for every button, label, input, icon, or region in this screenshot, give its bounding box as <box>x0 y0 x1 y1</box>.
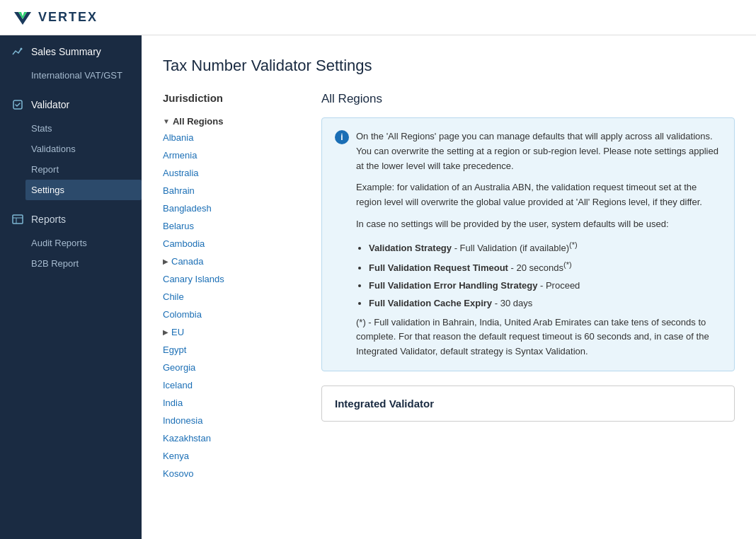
jurisdiction-kenya[interactable]: Kenya <box>163 449 304 463</box>
list-item: Armenia <box>163 146 304 164</box>
jurisdiction-india[interactable]: India <box>163 396 304 410</box>
jurisdiction-armenia[interactable]: Armenia <box>163 149 304 162</box>
list-item: Bahrain <box>163 182 304 199</box>
error-handling-bold: Full Validation Error Handling Strategy <box>369 280 537 291</box>
list-item: Full Validation Cache Expiry - 30 days <box>369 296 721 311</box>
info-box: i On the 'All Regions' page you can mana… <box>321 117 735 371</box>
info-intro: On the 'All Regions' page you can manage… <box>356 129 721 173</box>
integrated-validator-title: Integrated Validator <box>335 398 721 410</box>
jurisdiction-kosovo[interactable]: Kosovo <box>163 467 304 480</box>
sidebar-section-reports: Reports Audit Reports B2B Report <box>0 203 142 277</box>
sidebar-item-b2b-report[interactable]: B2B Report <box>31 253 142 274</box>
list-item: Georgia <box>163 359 304 376</box>
info-icon: i <box>335 130 349 144</box>
sidebar-item-settings[interactable]: Settings <box>25 180 142 200</box>
chevron-right-icon: ▶ <box>163 328 168 336</box>
footnote-2: (*) <box>563 260 572 269</box>
list-item: Bangladesh <box>163 199 304 217</box>
badge-icon <box>11 98 24 111</box>
sales-summary-label: Sales Summary <box>31 46 101 57</box>
svg-point-2 <box>21 48 23 50</box>
list-item: Cambodia <box>163 235 304 253</box>
jurisdiction-eu-label[interactable]: EU <box>171 325 184 339</box>
jurisdiction-indonesia[interactable]: Indonesia <box>163 414 304 427</box>
sidebar-section-validator: Validator Stats Validations Report Setti… <box>0 88 142 203</box>
jurisdiction-chile[interactable]: Chile <box>163 290 304 303</box>
main-layout: Sales Summary International VAT/GST Vali… <box>0 35 756 539</box>
cache-expiry-bold: Full Validation Cache Expiry <box>369 298 492 308</box>
jurisdiction-canada[interactable]: ▶ Canada <box>163 255 304 268</box>
sidebar-item-intl-vat[interactable]: International VAT/GST <box>31 65 142 86</box>
jurisdiction-list: ▼ All Regions Albania Armenia Australia <box>163 114 304 482</box>
chevron-down-icon: ▼ <box>163 117 170 125</box>
list-item: Full Validation Request Timeout - 20 sec… <box>369 259 721 276</box>
jurisdiction-bangladesh[interactable]: Bangladesh <box>163 202 304 215</box>
jurisdiction-australia[interactable]: Australia <box>163 166 304 180</box>
timeout-text: - 20 seconds <box>508 262 563 273</box>
footnote-1: (*) <box>569 240 578 249</box>
list-item: India <box>163 394 304 412</box>
sidebar-item-validations[interactable]: Validations <box>31 139 142 159</box>
list-item: ▼ All Regions <box>163 114 304 129</box>
region-title: All Regions <box>321 92 735 106</box>
cache-expiry-text: - 30 days <box>492 298 532 308</box>
sidebar-item-reports[interactable]: Reports <box>0 206 142 233</box>
list-item: Indonesia <box>163 412 304 429</box>
error-handling-text: - Proceed <box>537 280 580 291</box>
logo-area: VERTEX <box>11 6 98 29</box>
sidebar-section-sales: Sales Summary International VAT/GST <box>0 35 142 88</box>
list-item: Colombia <box>163 306 304 323</box>
jurisdiction-iceland[interactable]: Iceland <box>163 378 304 392</box>
jurisdiction-colombia[interactable]: Colombia <box>163 308 304 321</box>
validation-strategy-text: - Full Validation (if available) <box>452 243 569 253</box>
list-item: Australia <box>163 164 304 182</box>
jurisdiction-all-regions[interactable]: ▼ All Regions <box>163 116 304 127</box>
validator-label: Validator <box>31 99 69 110</box>
reports-label: Reports <box>31 214 66 225</box>
sidebar-sub-sales: International VAT/GST <box>0 65 142 86</box>
list-item: Validation Strategy - Full Validation (i… <box>369 239 721 256</box>
list-item: Canary Islands <box>163 270 304 288</box>
table-icon <box>11 213 24 226</box>
page-title: Tax Number Validator Settings <box>163 57 735 75</box>
jurisdiction-georgia[interactable]: Georgia <box>163 361 304 374</box>
list-item: Kenya <box>163 447 304 465</box>
content-layout: Jurisdiction ▼ All Regions Albania Armen… <box>163 92 735 482</box>
jurisdiction-eu[interactable]: ▶ EU <box>163 325 304 339</box>
jurisdiction-canada-label[interactable]: Canada <box>171 255 204 268</box>
jurisdiction-bahrain[interactable]: Bahrain <box>163 184 304 197</box>
jurisdiction-kazakhstan[interactable]: Kazakhstan <box>163 431 304 445</box>
sidebar-sub-validator: Stats Validations Report Settings <box>0 118 142 200</box>
sidebar: Sales Summary International VAT/GST Vali… <box>0 35 142 539</box>
list-item: Albania <box>163 129 304 146</box>
jurisdiction-cambodia[interactable]: Cambodia <box>163 237 304 250</box>
footnote-description: (*) - Full validation in Bahrain, India,… <box>356 315 721 359</box>
all-regions-label: All Regions <box>173 116 224 127</box>
jurisdiction-belarus[interactable]: Belarus <box>163 219 304 233</box>
list-item: ▶ Canada <box>163 253 304 270</box>
sidebar-item-sales-summary[interactable]: Sales Summary <box>0 38 142 65</box>
info-system-default: In case no settings will be provided by … <box>356 217 721 232</box>
sidebar-item-validator[interactable]: Validator <box>0 91 142 118</box>
list-item: Kazakhstan <box>163 429 304 447</box>
sidebar-item-audit-reports[interactable]: Audit Reports <box>31 233 142 253</box>
list-item: Full Validation Error Handling Strategy … <box>369 279 721 294</box>
info-example: Example: for validation of an Australia … <box>356 180 721 210</box>
vertex-logo-icon <box>11 6 34 29</box>
defaults-list: Validation Strategy - Full Validation (i… <box>356 239 721 311</box>
app-header: VERTEX <box>0 0 756 35</box>
svg-rect-4 <box>13 215 23 224</box>
sidebar-item-report[interactable]: Report <box>31 159 142 180</box>
list-item: Kosovo <box>163 465 304 482</box>
timeout-bold: Full Validation Request Timeout <box>369 262 508 273</box>
validation-strategy-bold: Validation Strategy <box>369 243 452 253</box>
integrated-validator-section: Integrated Validator <box>321 386 735 422</box>
jurisdiction-albania[interactable]: Albania <box>163 131 304 144</box>
sidebar-item-stats[interactable]: Stats <box>31 118 142 139</box>
list-item: ▶ EU <box>163 323 304 341</box>
list-item: Chile <box>163 288 304 306</box>
jurisdiction-canary-islands[interactable]: Canary Islands <box>163 272 304 286</box>
right-panel: All Regions i On the 'All Regions' page … <box>321 92 735 482</box>
jurisdiction-egypt[interactable]: Egypt <box>163 343 304 357</box>
jurisdiction-panel: Jurisdiction ▼ All Regions Albania Armen… <box>163 92 304 482</box>
